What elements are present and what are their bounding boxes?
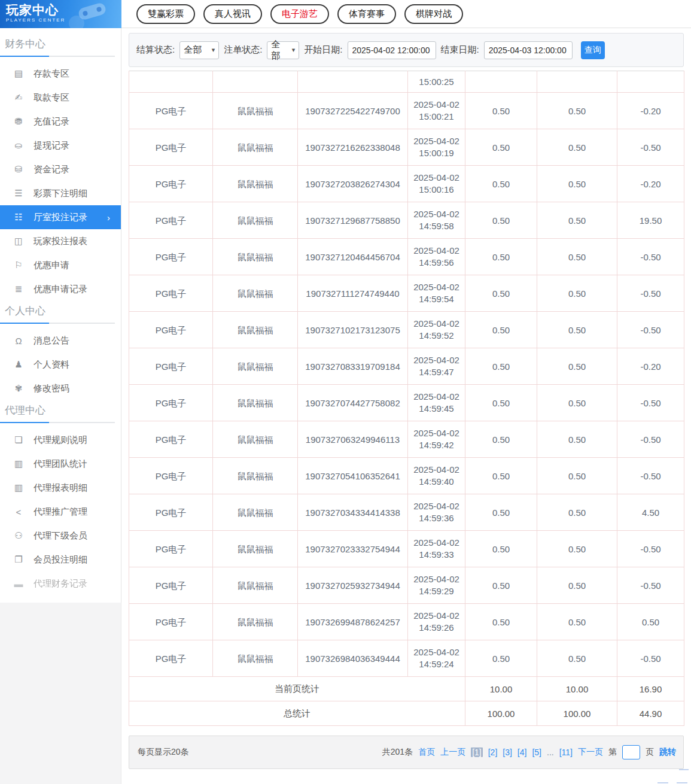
sidebar-item-label: 优惠申请 — [34, 260, 69, 271]
sidebar-item[interactable]: ▤ 存款专区 — [0, 62, 121, 86]
settle-status-select[interactable]: 全部 ▾ — [179, 41, 219, 59]
section-divider — [0, 56, 115, 57]
sidebar-item[interactable]: ☰ 彩票下注明细 — [0, 181, 121, 205]
sidebar-item[interactable]: ✾ 修改密码 — [0, 376, 121, 400]
top-tab[interactable]: 电子游艺 — [270, 4, 329, 24]
page-link[interactable]: 下一页 — [578, 747, 603, 758]
sidebar-item[interactable]: ▥ 代理报表明细 — [0, 476, 121, 500]
page-link[interactable]: [4] — [518, 747, 527, 757]
cell-valid: 0.50 — [537, 640, 617, 677]
jump-button[interactable]: 跳转 — [659, 747, 676, 758]
section-title: 财务中心 — [5, 37, 121, 52]
sidebar-item[interactable]: ⚇ 代理下级会员 — [0, 524, 121, 548]
cell-bet: 0.50 — [465, 348, 537, 385]
top-category-bar: 雙赢彩票真人视讯电子游艺体育赛事棋牌对战 — [121, 0, 691, 28]
page-link[interactable]: [11] — [559, 747, 573, 757]
page-link[interactable]: [3] — [503, 747, 512, 757]
cell-bet: 0.50 — [465, 385, 537, 421]
summary-row: 总统计 100.00 100.00 44.90 — [129, 701, 684, 726]
table-row: PG电子 鼠鼠福福 1907327063249946113 2025-04-02… — [129, 421, 684, 458]
page-link[interactable]: [2] — [488, 747, 498, 757]
cell-winloss: -0.50 — [617, 239, 684, 275]
cell-winloss: -0.50 — [617, 275, 684, 312]
cell-game: 鼠鼠福福 — [213, 166, 298, 202]
member-bets-icon: ❐ — [13, 554, 24, 565]
chevron-right-icon: › — [107, 212, 110, 223]
table-row: PG电子 鼠鼠福福 1907327216262338048 2025-04-02… — [129, 129, 684, 166]
promo-record-icon: ≣ — [13, 284, 24, 294]
sidebar-item[interactable]: ◫ 玩家投注报表 — [0, 229, 121, 253]
cell-bet: 0.50 — [465, 239, 537, 275]
table-row: PG电子 鼠鼠福福 1907327023332754944 2025-04-02… — [129, 531, 684, 567]
sidebar-item[interactable]: ⛀ 提现记录 — [0, 133, 121, 157]
table-row: PG电子 鼠鼠福福 1907326994878624257 2025-04-02… — [129, 604, 684, 640]
sidebar-item[interactable]: ⚐ 优惠申请 — [0, 253, 121, 277]
section-title: 代理中心 — [5, 403, 121, 418]
cell-game: 鼠鼠福福 — [213, 531, 298, 567]
cell-platform: PG电子 — [129, 567, 213, 604]
top-tab[interactable]: 真人视讯 — [203, 4, 262, 24]
cell-bet: 0.50 — [465, 421, 537, 458]
cell-bet: 0.50 — [465, 494, 537, 531]
top-tab[interactable]: 棋牌对战 — [404, 4, 463, 24]
sidebar-item[interactable]: < 代理推广管理 — [0, 500, 121, 524]
cell-valid: 0.50 — [537, 202, 617, 239]
sidebar-item[interactable]: ▬ 代理财务记录 — [0, 572, 121, 595]
sidebar-item-label: 代理报表明细 — [34, 482, 87, 494]
cell-bet — [465, 71, 537, 93]
order-status-value: 全部 — [271, 39, 288, 62]
page-jump-input[interactable] — [622, 745, 640, 759]
cell-datetime: 2025-04-0214:59:47 — [408, 348, 465, 385]
cell-valid: 0.50 — [537, 567, 617, 604]
cell-platform: PG电子 — [129, 312, 213, 348]
cell-game: 鼠鼠福福 — [213, 567, 298, 604]
order-status-select[interactable]: 全部 ▾ — [267, 41, 299, 59]
sidebar-item-label: 会员投注明细 — [34, 554, 87, 566]
players-center-app: 玩家中心 PLAYERS CENTER 财务中心 ▤ 存款专区 ✍ 取款专区 ⛃… — [0, 0, 691, 784]
sidebar-item[interactable]: ☷ 厅室投注记录 › — [0, 205, 121, 229]
cell-datetime: 2025-04-0214:59:36 — [408, 494, 465, 531]
sidebar-item[interactable]: ≣ 优惠申请记录 — [0, 277, 121, 301]
cell-platform: PG电子 — [129, 239, 213, 275]
sidebar-item-label: 彩票下注明细 — [34, 188, 87, 199]
cell-order: 1907327111274749440 — [298, 275, 408, 312]
query-button[interactable]: 查询 — [581, 41, 605, 59]
page-link-current[interactable]: [1] — [471, 747, 483, 757]
page-link[interactable]: 首页 — [418, 747, 435, 758]
cell-valid — [537, 71, 617, 93]
sidebar-item[interactable]: ▥ 代理团队统计 — [0, 452, 121, 476]
cell-bet: 0.50 — [465, 93, 537, 129]
cell-valid: 0.50 — [537, 312, 617, 348]
page-link[interactable]: [5] — [532, 747, 541, 757]
cell-bet: 0.50 — [465, 312, 537, 348]
cell-game: 鼠鼠福福 — [213, 421, 298, 458]
cell-platform: PG电子 — [129, 166, 213, 202]
page-link[interactable]: 上一页 — [440, 747, 465, 758]
start-date-input[interactable] — [348, 41, 436, 59]
cell-order: 1907327120464456704 — [298, 239, 408, 275]
recharge-coins-icon: ⛃ — [13, 116, 24, 127]
cell-datetime: 2025-04-0214:59:24 — [408, 640, 465, 677]
sidebar-item[interactable]: ♟ 个人资料 — [0, 353, 121, 376]
cell-platform: PG电子 — [129, 93, 213, 129]
cell-datetime: 2025-04-0214:59:45 — [408, 385, 465, 421]
cell-valid: 0.50 — [537, 93, 617, 129]
top-tab[interactable]: 体育赛事 — [337, 4, 396, 24]
deposit-card-icon: ▤ — [13, 68, 24, 79]
end-date-input[interactable] — [484, 41, 573, 59]
cell-order: 1907327063249946113 — [298, 421, 408, 458]
cell-datetime: 2025-04-0215:00:21 — [408, 93, 465, 129]
cell-winloss: -0.20 — [617, 348, 684, 385]
summary-row: 当前页统计 10.00 10.00 16.90 — [129, 677, 684, 701]
top-tab[interactable]: 雙赢彩票 — [136, 4, 195, 24]
table-row: PG电子 鼠鼠福福 1907327083319709184 2025-04-02… — [129, 348, 684, 385]
sidebar-item[interactable]: ⛃ 充值记录 — [0, 110, 121, 133]
sidebar-item-label: 存款专区 — [34, 68, 69, 80]
sidebar-item[interactable]: ⛁ 资金记录 — [0, 157, 121, 181]
sidebar-item[interactable]: ❐ 会员投注明细 — [0, 548, 121, 572]
cell-winloss: 4.50 — [617, 494, 684, 531]
sidebar-item[interactable]: Ω 消息公告 — [0, 329, 121, 353]
sidebar-item[interactable]: ❏ 代理规则说明 — [0, 428, 121, 452]
sidebar-item[interactable]: ✍ 取款专区 — [0, 86, 121, 110]
cell-valid: 0.50 — [537, 458, 617, 494]
